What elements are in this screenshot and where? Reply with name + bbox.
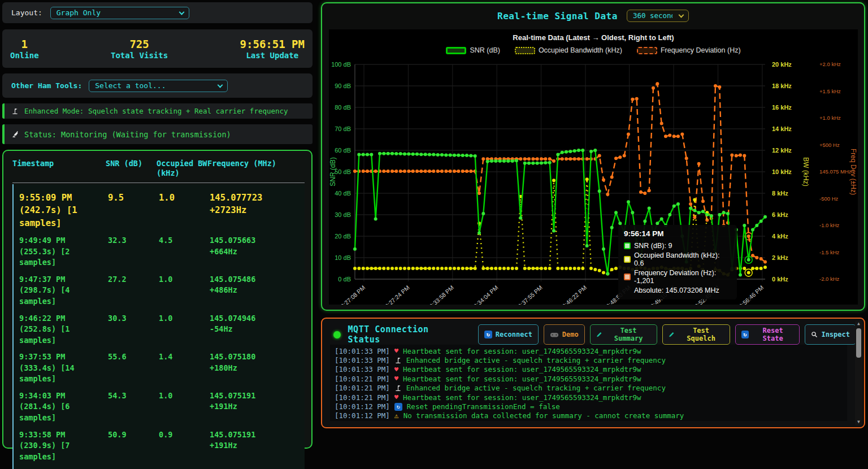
stat-value: 1: [10, 37, 39, 51]
tooltip-swatch: [624, 273, 631, 280]
mqtt-header: MQTT Connection Status ↻ReconnectDemoTes…: [322, 319, 864, 348]
svg-text:30 dB: 30 dB: [335, 211, 351, 218]
log-message: Heartbeat sent for session: user_1749565…: [403, 347, 641, 355]
status-bar: Status: Monitoring (Waiting for transmis…: [2, 124, 313, 144]
table-row: 9:33:58 PM (230.9s) [7 samples]50.90.914…: [19, 427, 305, 466]
table-header-cell: Occupied BW (kHz): [157, 159, 207, 178]
tools-panel: Other Ham Tools: Select a tool...: [2, 73, 313, 98]
tooltip-time: 9:56:14 PM: [624, 229, 731, 238]
log-message: Enhanced bridge active - squelch trackin…: [406, 356, 666, 364]
test-squelch-button[interactable]: Test Squelch: [662, 324, 730, 345]
svg-text:-500 Hz: -500 Hz: [819, 196, 839, 202]
cell-snr: 30.3: [108, 313, 159, 346]
legend-item[interactable]: Frequency Deviation (Hz): [637, 46, 741, 54]
reset-icon: ↻: [741, 331, 749, 338]
svg-text:80 dB: 80 dB: [335, 104, 351, 111]
log-message: Reset pendingTransmissionEnd = false: [407, 402, 560, 411]
cell-timestamp: 9:33:58 PM (230.9s) [7 samples]: [19, 429, 108, 463]
svg-text:6 kHz: 6 kHz: [772, 211, 788, 218]
svg-text:+1.0 kHz: +1.0 kHz: [819, 115, 841, 121]
log-timestamp: [10:01:33 PM]: [335, 356, 390, 364]
cell-bw: 4.5: [159, 235, 210, 268]
svg-text:20 kHz: 20 kHz: [772, 61, 792, 68]
stat-last-update: 9:56:51 PMLast Update: [240, 37, 305, 60]
layout-select[interactable]: Graph Only: [50, 7, 189, 19]
cell-bw: 1.4: [159, 351, 210, 385]
reset-state-button[interactable]: ↻Reset State: [735, 324, 800, 345]
table-row: 9:27:08 PM (239.5s) [3 samples]58.11.014…: [19, 465, 305, 469]
connection-status-dot: [333, 331, 341, 338]
level-icon: [394, 357, 402, 364]
legend-item[interactable]: Occupied Bandwidth (kHz): [515, 46, 622, 54]
log-timestamp: [10:01:21 PM]: [335, 384, 390, 392]
log-message: Heartbeat sent for session: user_1749565…: [403, 393, 641, 402]
svg-text:18 kHz: 18 kHz: [772, 82, 792, 89]
cell-snr: 27.2: [108, 274, 159, 307]
log-line: [10:01:21 PM]♥Heartbeat sent for session…: [335, 393, 843, 402]
button-label: Inspect: [821, 331, 850, 338]
log-timestamp: [10:01:33 PM]: [335, 365, 390, 374]
log-timestamp: [10:01:12 PM]: [335, 411, 390, 420]
chart-title: Real-time Signal Data: [497, 11, 618, 21]
svg-text:+2.0 kHz: +2.0 kHz: [819, 61, 841, 67]
svg-text:9:27:24 PM: 9:27:24 PM: [384, 284, 411, 305]
log-line: [10:01:33 PM]♥Heartbeat sent for session…: [335, 346, 843, 355]
tools-select[interactable]: Select a tool...: [89, 80, 228, 92]
cell-snr: 54.3: [108, 390, 159, 424]
log-timestamp: [10:01:12 PM]: [335, 402, 390, 411]
cell-frequency: 145.074946-54Hz: [210, 313, 305, 346]
left-column: Layout: Graph Only 1Online725Total Visit…: [2, 2, 313, 449]
cell-frequency: 145.075663+664Hz: [210, 235, 305, 268]
svg-text:Freq Dev (±Hz): Freq Dev (±Hz): [849, 149, 857, 195]
gamepad-icon: [550, 332, 559, 338]
chart-panel: Real-time Signal Data 360 seconds 100 dB…: [321, 2, 865, 311]
svg-text:14 kHz: 14 kHz: [772, 125, 792, 132]
button-label: Reset State: [752, 327, 794, 342]
log-message: Heartbeat sent for session: user_1749565…: [403, 375, 641, 383]
tooltip-absolute: Absolute: 145.073206 MHz: [624, 286, 731, 294]
level-icon: [11, 107, 19, 115]
scrollbar-thumb[interactable]: [856, 328, 861, 358]
cell-frequency: 145.075191+191Hz: [210, 429, 305, 463]
scroll-down-icon[interactable]: ▼: [855, 419, 862, 425]
stats-panel: 1Online725Total Visits9:56:51 PMLast Upd…: [2, 29, 313, 68]
cell-timestamp: 9:49:49 PM (255.3s) [2 samples]: [19, 235, 108, 268]
tools-label: Other Ham Tools:: [11, 81, 82, 90]
stat-label: Online: [10, 51, 39, 60]
demo-button[interactable]: Demo: [544, 324, 585, 345]
svg-text:40 dB: 40 dB: [335, 190, 351, 197]
reconnect-button[interactable]: ↻Reconnect: [478, 324, 539, 345]
plot-svg: 100 dB20 kHz90 dB18 kHz80 dB16 kHz70 dB1…: [329, 29, 858, 305]
layout-panel: Layout: Graph Only: [2, 2, 313, 23]
button-label: Reconnect: [496, 331, 532, 338]
reconnect-icon: ↻: [484, 331, 492, 338]
tooltip-value: SNR (dB): 9: [634, 242, 672, 250]
svg-text:9:37:55 PM: 9:37:55 PM: [517, 284, 544, 305]
svg-text:9:34:04 PM: 9:34:04 PM: [472, 284, 500, 305]
log-line: [10:01:33 PM]Enhanced bridge active - sq…: [335, 355, 843, 364]
legend-swatch: [515, 47, 535, 54]
cell-timestamp: 9:55:09 PM (242.7s) [1 samples]: [19, 192, 108, 229]
legend-item[interactable]: SNR (dB): [446, 46, 500, 54]
stat-total-visits: 725Total Visits: [111, 37, 168, 60]
svg-text:100 dB: 100 dB: [331, 61, 351, 68]
svg-text:SNR (dB): SNR (dB): [329, 157, 337, 186]
legend-label: Occupied Bandwidth (kHz): [539, 46, 622, 54]
button-label: Test Summary: [606, 327, 651, 342]
table-header-cell: SNR (dB): [106, 159, 157, 178]
cell-bw: 1.0: [159, 313, 210, 346]
cell-bw: 1.0: [159, 274, 210, 307]
test-summary-button[interactable]: Test Summary: [590, 324, 658, 345]
tooltip-value: Occupied Bandwidth (kHz): 0.6: [634, 251, 731, 267]
svg-text:10 kHz: 10 kHz: [772, 168, 792, 175]
svg-text:BW (kHz): BW (kHz): [802, 157, 810, 186]
inspect-button[interactable]: Inspect: [805, 324, 856, 345]
time-range-select[interactable]: 360 seconds: [627, 10, 689, 22]
svg-text:9:33:58 PM: 9:33:58 PM: [428, 284, 455, 305]
cell-snr: 50.9: [108, 429, 159, 463]
log-scrollbar[interactable]: ▲ ▼: [855, 320, 862, 425]
tooltip-swatch: [624, 242, 631, 249]
scroll-up-icon[interactable]: ▲: [855, 320, 862, 327]
heart-icon: ♥: [394, 366, 398, 373]
log-timestamp: [10:01:21 PM]: [335, 393, 390, 402]
